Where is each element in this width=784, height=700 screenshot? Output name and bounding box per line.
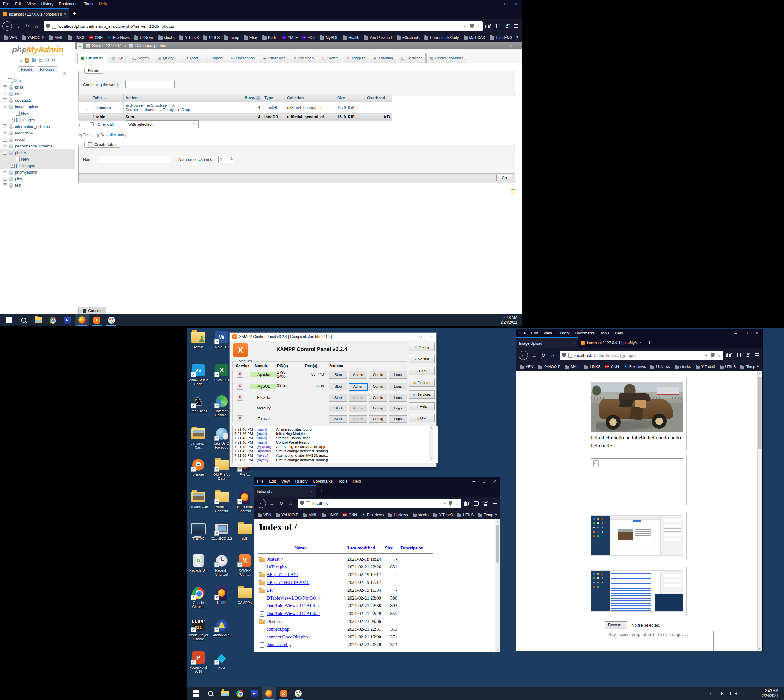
xampp-apache-stop-button[interactable]: Stop [329,371,348,378]
tracking-shield-icon[interactable] [562,353,566,357]
bookmark-item[interactable]: Health [343,35,359,40]
xampp-mysql-admin-button[interactable]: Admin [349,383,368,391]
xampp-mysql-stop-button[interactable]: Stop [329,383,348,390]
xampp-filezilla-admin-button[interactable]: Admin [349,394,368,402]
favorite-star-icon[interactable]: ☆ [93,106,96,110]
sort-name[interactable]: Name [294,545,306,551]
permissions-icon[interactable] [711,353,715,357]
bookmark-item[interactable]: Ebay [244,35,258,40]
back-icon[interactable]: ← [519,351,528,360]
tree-item-mysql[interactable]: +mysql [0,136,75,143]
close-icon[interactable]: × [752,329,762,337]
page-settings-gear-icon[interactable]: ⚙ [509,43,513,48]
tree-item-image_upload[interactable]: -image_upload [0,103,75,110]
bookmark-star-icon[interactable]: ☆ [455,501,459,506]
desktop-icon-admin-shortcut[interactable]: ↗Admin - Shortcut [211,490,233,513]
back-box-icon[interactable]: ← [77,43,84,49]
maximize-icon[interactable]: □ [479,477,490,485]
spinner-icon[interactable]: ▲▼ [231,156,233,161]
sidebar-icon[interactable] [736,353,741,357]
menu-bookmarks[interactable]: Bookmarks [59,2,79,6]
bookmark-item[interactable]: UsNews [650,365,670,369]
bookmark-item[interactable]: stocks [159,35,175,40]
bookmark-item[interactable]: LINKS [584,365,601,369]
desktop-icon-xampps[interactable]: XAMPPs [234,586,256,605]
pma-tab-structure[interactable]: ▦Structure [77,53,107,63]
bookmark-item[interactable]: VEN [258,513,271,517]
bookmark-item[interactable]: MySQL [320,35,338,40]
menu-history[interactable]: History [296,479,308,483]
more-options-icon[interactable]: ⋯ [443,501,446,506]
tree-item-new[interactable]: New [0,77,75,84]
xampp-mercury-logs-button[interactable]: Logs [389,405,407,412]
table-name-input[interactable] [98,155,171,163]
file-link[interactable]: database.php [266,642,291,647]
pma-tab-central-columns[interactable]: ▦Central columns [426,53,467,63]
bookmark-item[interactable]: CurrentLinkStudy [425,35,459,40]
panel-collapse-icon[interactable]: ⊜ [63,72,66,76]
bookmark-item[interactable]: UTILS [457,513,473,517]
desktop-icon-recent-shortcut[interactable]: ↗Recent - Shortcut [211,554,233,577]
menu-history[interactable]: History [42,2,53,6]
url-bar[interactable]: localhost/phpmyadmin/db_structure.php?se… [43,22,483,31]
minimize-icon[interactable]: – [731,329,741,337]
pma-tab-events[interactable]: ◷Events [318,53,342,63]
xampp-apache-config-button[interactable]: Config [369,371,387,378]
bookmark-item[interactable]: stocks [413,513,429,517]
desktop-icon-index-html-shortcut[interactable]: ↗index.html Shortcut [234,490,256,513]
menu-view[interactable]: View [281,479,290,483]
desktop-icon-kodi[interactable]: ◆↗Kodi [211,651,233,670]
taskbar-xampp-button[interactable]: X [276,687,291,700]
menu-tools[interactable]: Tools [338,479,347,483]
desktop-icon-recycle-bin[interactable]: Recycle Bin [187,554,209,572]
bookmark-item[interactable]: UsNews [388,513,408,517]
close-icon[interactable]: × [490,477,500,485]
file-link[interactable]: connect GoodOld.php [266,634,308,640]
bookmark-item[interactable]: Y!YM=F [282,35,298,40]
bookmark-item[interactable]: MAIL [303,513,317,517]
xampp-explorer-button[interactable]: ▤Explorer [409,378,435,387]
desktop-icon-dd3[interactable]: dd3 [234,522,256,541]
account-icon[interactable] [505,24,509,28]
sort-description[interactable]: Description [400,545,423,551]
maximize-icon[interactable]: □ [741,329,752,337]
menu-file[interactable]: File [519,331,526,335]
tab-phpmyadmin[interactable]: localhost / 127.0.0.1 / photos | p × [0,8,69,20]
col-table[interactable]: Table [93,96,103,100]
tray-chevron-icon[interactable]: ∧ [709,692,712,696]
bookmark-item[interactable]: LINKS [322,513,338,517]
service-status-apache[interactable]: ✗ [237,371,243,378]
back-icon[interactable]: ← [257,499,266,508]
col-collation[interactable]: Collation [285,94,335,102]
bookmark-item[interactable]: TestsENG [490,35,513,40]
taskbar-xampp-button[interactable]: X [89,314,104,326]
action-empty[interactable]: ▭Empty [159,108,174,112]
bookmark-item[interactable]: Temp [478,513,493,517]
sidebar-icon[interactable] [495,24,500,28]
col-type[interactable]: Type [262,94,285,102]
maximize-icon[interactable]: □ [415,333,426,341]
xampp-tomcat-start-button[interactable]: Start [329,415,348,423]
bookmark-item[interactable]: FFox News [361,513,384,517]
recent-button[interactable]: Recent [18,66,35,72]
minimize-icon[interactable]: – [490,0,500,8]
xampp-mercury-config-button[interactable]: Config [369,405,387,412]
menu-help[interactable]: Help [99,2,107,6]
comment-textarea[interactable] [607,631,714,651]
bookmark-item[interactable]: CNNCNN [89,35,103,40]
more-options-icon[interactable]: ⋯ [464,24,468,28]
pma-tab-sql[interactable]: ▤SQL [108,53,128,63]
xampp-config-button[interactable]: ⚙Config [409,343,435,351]
menu-icon[interactable] [514,24,518,28]
desktop-icon-atomixmp3[interactable]: ↗AtomixMP3 [211,618,233,637]
tree-item-new[interactable]: New [0,110,75,117]
action-browse[interactable]: ▤Browse [125,103,143,108]
account-icon[interactable] [483,502,488,505]
page-scrollbar[interactable]: ∧ ∨ [495,519,500,652]
col-rows[interactable]: Rows [245,95,255,100]
bookmark-item[interactable]: Y-Tube3 [695,365,715,369]
taskbar-paint-button[interactable] [291,687,306,700]
taskbar-explorer-button[interactable] [217,687,232,700]
sidebar-icon[interactable] [473,501,478,505]
bookmark-item[interactable]: YAHOO-P [276,513,298,517]
